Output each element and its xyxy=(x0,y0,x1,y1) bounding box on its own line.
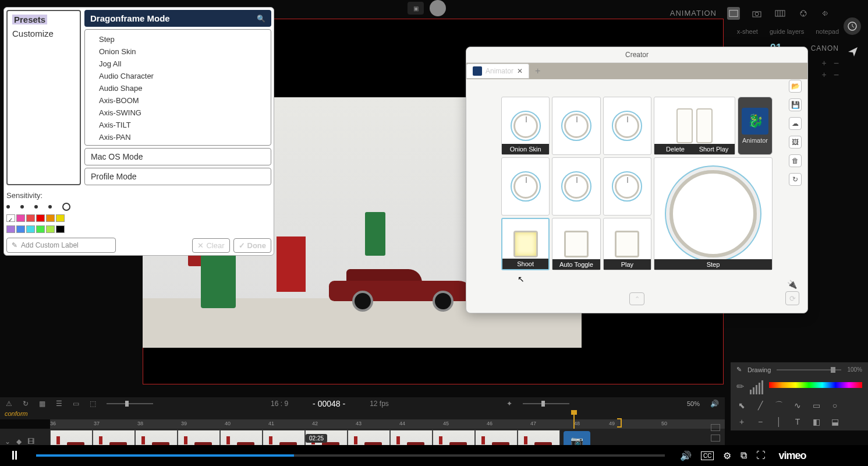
tl-r-2[interactable] xyxy=(711,435,720,442)
dmx-icon[interactable] xyxy=(797,7,810,20)
color-swatch[interactable] xyxy=(56,214,65,222)
progress-bar[interactable] xyxy=(36,454,665,457)
film-icon[interactable]: 🎞 xyxy=(27,437,34,446)
collapse-button[interactable]: ⌃ xyxy=(629,292,644,305)
pip-icon[interactable]: ⧉ xyxy=(741,450,747,461)
color-swatch[interactable] xyxy=(36,214,45,222)
vertical-tool-icon[interactable]: │ xyxy=(774,416,784,427)
color-swatch[interactable] xyxy=(16,214,25,222)
knob-3[interactable] xyxy=(603,97,651,155)
line-tool-icon[interactable]: ╱ xyxy=(755,400,766,411)
knob-6[interactable] xyxy=(603,157,651,216)
profile-mode[interactable]: Profile Mode xyxy=(84,168,271,185)
close-tab-icon[interactable]: ✕ xyxy=(517,67,523,75)
clock-icon[interactable] xyxy=(844,17,861,35)
shoot-button[interactable]: Shoot xyxy=(501,218,550,270)
tab-notepad[interactable]: notepad xyxy=(816,28,839,35)
range-end[interactable] xyxy=(617,418,622,428)
fps-label[interactable]: 12 fps xyxy=(370,400,389,408)
custom-label-input[interactable]: ✎ Add Custom Label xyxy=(6,238,116,253)
upload-icon[interactable]: ☁ xyxy=(789,117,802,130)
text-tool-icon[interactable]: T xyxy=(792,416,803,427)
trash-icon[interactable]: 🗑 xyxy=(789,154,802,167)
creator-tab[interactable]: Animator ✕ xyxy=(466,63,529,79)
volume-icon[interactable]: 🔊 xyxy=(710,400,719,408)
delete-button[interactable] xyxy=(676,108,693,143)
chevron-down-icon[interactable]: ⌄ xyxy=(5,437,10,446)
mode-item[interactable]: Audio Shape xyxy=(85,82,271,94)
color-swatch[interactable] xyxy=(46,225,55,233)
short-play-button[interactable] xyxy=(696,108,713,143)
mode-item[interactable]: Audio Character xyxy=(85,70,271,82)
aspect-ratio[interactable]: 16 : 9 xyxy=(271,400,288,408)
color-swatch[interactable] xyxy=(16,225,25,233)
pointer-tool-icon[interactable]: ⬉ xyxy=(736,400,747,411)
remove-button-1[interactable]: − xyxy=(834,58,839,69)
mode-item[interactable]: Step xyxy=(85,33,271,45)
open-icon[interactable]: 📂 xyxy=(789,80,802,93)
timeline-icon-1[interactable]: ⚠ xyxy=(6,400,12,408)
tl-r-1[interactable] xyxy=(711,424,720,431)
mode-header[interactable]: Dragonframe Mode 🔍 xyxy=(84,10,271,27)
onion-skin-knob[interactable]: Onion Skin xyxy=(501,97,550,155)
fill-tool-icon[interactable]: ⬓ xyxy=(830,416,840,427)
play-button[interactable]: Play xyxy=(603,218,651,270)
color-swatch[interactable] xyxy=(6,225,15,233)
color-swatch[interactable] xyxy=(26,214,35,222)
color-swatch[interactable] xyxy=(26,225,35,233)
mode-item[interactable]: Jog All xyxy=(85,58,271,70)
brush-size-picker[interactable] xyxy=(750,380,763,394)
timeline-grid-icon[interactable]: ▦ xyxy=(39,400,45,408)
camera-icon[interactable] xyxy=(750,7,763,20)
sensitivity-slider[interactable] xyxy=(6,203,271,211)
frame-ruler[interactable]: 36 37 38 39 40 41 42 43 44 45 46 47 48 4… xyxy=(50,419,725,429)
knob-5[interactable] xyxy=(552,157,600,216)
tab-guide-layers[interactable]: guide layers xyxy=(770,28,804,35)
tab-xsheet[interactable]: x-sheet xyxy=(737,28,758,35)
zoom-slider[interactable] xyxy=(523,403,569,404)
remove-button-2[interactable]: − xyxy=(834,70,839,80)
animator-button[interactable]: 🐉 Animator xyxy=(738,97,773,155)
brush-icon[interactable]: ✏ xyxy=(736,381,744,392)
mac-mode[interactable]: Mac OS Mode xyxy=(84,148,271,165)
refresh-button[interactable]: ⟳ xyxy=(785,291,799,305)
timeline-view-icon[interactable]: ▭ xyxy=(73,400,79,408)
knob-2[interactable] xyxy=(552,97,600,155)
clear-button[interactable]: ✕Clear xyxy=(192,238,229,253)
reload-icon[interactable]: ↻ xyxy=(789,173,802,186)
curve-tool-icon[interactable]: ⌒ xyxy=(774,400,784,411)
send-icon[interactable] xyxy=(845,44,861,60)
done-button[interactable]: ✓Done xyxy=(233,238,272,253)
add-button-1[interactable]: + xyxy=(821,58,826,69)
color-swatch[interactable] xyxy=(36,225,45,233)
color-picker[interactable] xyxy=(769,382,862,388)
search-icon[interactable]: 🔍 xyxy=(257,15,265,23)
mode-item[interactable]: Axis-PAN xyxy=(85,131,271,143)
audio-icon[interactable] xyxy=(820,7,833,20)
timeline-frame-icon[interactable]: ⬚ xyxy=(90,400,96,408)
fullscreen-icon[interactable]: ⛶ xyxy=(756,450,766,461)
pause-button[interactable]: ⏸ xyxy=(8,448,21,463)
new-tab-button[interactable]: + xyxy=(535,66,540,76)
color-swatch[interactable] xyxy=(46,214,55,222)
timeline-list-icon[interactable]: ☰ xyxy=(56,400,62,408)
vimeo-logo[interactable]: vimeo xyxy=(778,450,806,462)
mode-item[interactable]: Axis-BOOM xyxy=(85,94,271,107)
cc-icon[interactable]: CC xyxy=(701,451,714,460)
mode-item[interactable]: Axis-TRACK xyxy=(85,143,271,146)
drawing-opacity-slider[interactable] xyxy=(777,369,841,370)
settings-icon[interactable]: ⚙ xyxy=(723,450,731,461)
eraser-tool-icon[interactable]: ◧ xyxy=(811,416,821,427)
remove-tool-icon[interactable]: − xyxy=(755,416,766,427)
timeline-slider-1[interactable] xyxy=(107,403,153,404)
player-volume-icon[interactable]: 🔊 xyxy=(680,450,692,461)
add-button-2[interactable]: + xyxy=(821,70,826,80)
add-tool-icon[interactable]: + xyxy=(736,416,747,427)
image-icon[interactable]: 🖼 xyxy=(789,136,802,149)
bezier-tool-icon[interactable]: ∿ xyxy=(792,400,803,411)
mode-item[interactable]: Onion Skin xyxy=(85,45,271,58)
auto-toggle-button[interactable]: Auto Toggle xyxy=(552,218,600,270)
mode-item[interactable]: Axis-TILT xyxy=(85,119,271,131)
knob-4[interactable] xyxy=(501,157,550,216)
marker-icon[interactable]: ◆ xyxy=(16,437,22,446)
